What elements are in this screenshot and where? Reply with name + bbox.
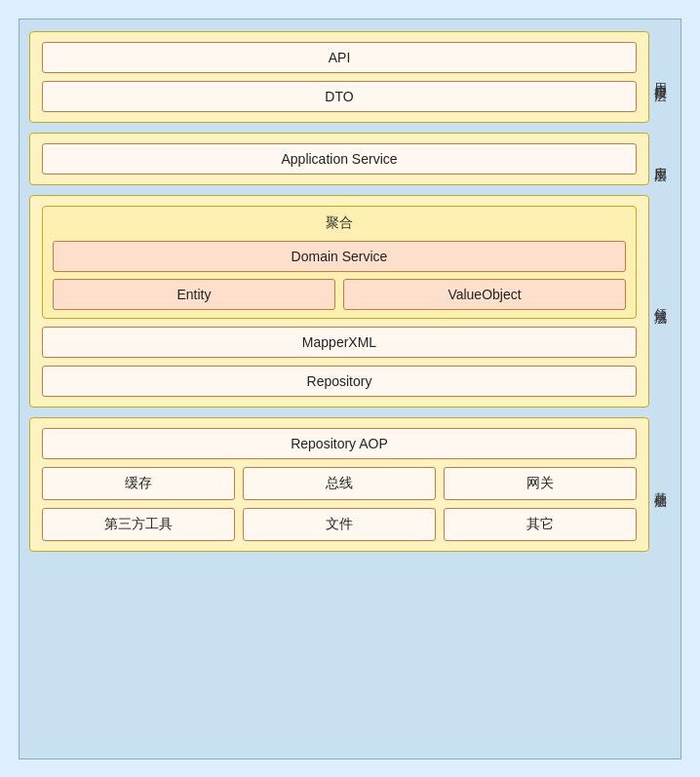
repository-box: Repository	[42, 366, 637, 397]
entity-valueobject-row: Entity ValueObject	[53, 279, 626, 310]
bus-box: 总线	[243, 467, 436, 500]
infra-row1: 缓存 总线 网关	[42, 467, 637, 500]
domain-layer-row: 聚合 Domain Service Entity ValueObject Map…	[29, 195, 671, 408]
file-box: 文件	[243, 508, 436, 541]
value-object-box: ValueObject	[343, 279, 626, 310]
aggregate-title: 聚合	[53, 214, 626, 232]
thirdparty-box: 第三方工具	[42, 508, 235, 541]
app-layer-row: Application Service 应用层	[29, 133, 671, 185]
ui-layer-label: 用户接口层	[649, 31, 671, 123]
cache-box: 缓存	[42, 467, 235, 500]
repository-aop-box: Repository AOP	[42, 428, 637, 459]
aggregate-box: 聚合 Domain Service Entity ValueObject	[42, 206, 637, 319]
app-service-box: Application Service	[42, 143, 637, 175]
app-layer-box: Application Service	[29, 133, 649, 185]
infra-layer-row: Repository AOP 缓存 总线 网关 第三方工具 文件 其它 基础层	[29, 417, 671, 552]
api-box: API	[42, 42, 637, 73]
infra-layer-label: 基础层	[649, 417, 671, 552]
ui-layer-box: API DTO	[29, 31, 649, 123]
domain-layer-label: 领域层	[649, 195, 671, 408]
ui-layer-row: API DTO 用户接口层	[29, 31, 671, 123]
dto-box: DTO	[42, 81, 637, 112]
domain-service-box: Domain Service	[53, 241, 626, 272]
domain-layer-box: 聚合 Domain Service Entity ValueObject Map…	[29, 195, 649, 408]
infra-layer-box: Repository AOP 缓存 总线 网关 第三方工具 文件 其它	[29, 417, 649, 552]
entity-box: Entity	[53, 279, 335, 310]
app-layer-label: 应用层	[649, 133, 671, 185]
architecture-diagram: API DTO 用户接口层 Application Service 应用层 聚合…	[19, 19, 681, 759]
mapper-xml-box: MapperXML	[42, 327, 637, 358]
infra-row2: 第三方工具 文件 其它	[42, 508, 637, 541]
gateway-box: 网关	[444, 467, 637, 500]
other-box: 其它	[444, 508, 637, 541]
